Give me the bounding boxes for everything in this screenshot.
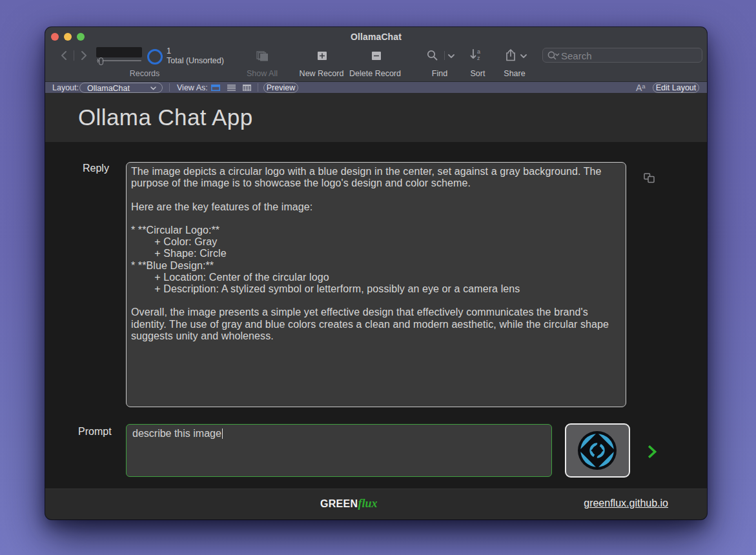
svg-text:z: z: [477, 55, 480, 61]
svg-text:a: a: [477, 49, 480, 55]
